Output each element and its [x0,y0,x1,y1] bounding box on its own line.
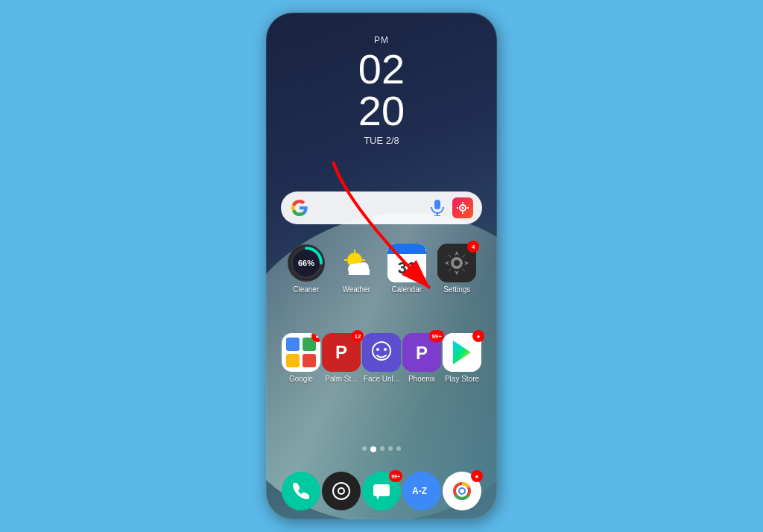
faceunlock-icon [362,333,401,372]
dock-camera[interactable] [322,472,361,510]
calendar-label: Calendar [391,285,422,294]
messages-badge: 99+ [389,470,402,482]
svg-point-45 [339,489,343,493]
svg-text:P: P [416,343,428,363]
clock-date: TUE 2/8 [266,135,497,146]
playstore-label: Play Store [445,375,479,383]
svg-point-4 [462,207,464,209]
svg-rect-31 [286,354,300,367]
phone-frame: PM 02 20 TUE 2/8 [266,13,497,519]
clock-hour: 02 [266,48,497,90]
dot-3 [380,446,384,451]
svg-point-52 [460,489,464,493]
clock-ampm: PM [266,35,497,45]
app-row-1: 66% Cleaner [281,244,482,294]
google-lens-icon[interactable] [452,197,473,218]
svg-rect-32 [303,354,316,367]
svg-text:A-Z: A-Z [412,486,427,496]
svg-point-27 [454,260,460,266]
clock-widget: PM 02 20 TUE 2/8 [266,35,497,146]
svg-text:66%: 66% [298,259,314,267]
app-google[interactable]: ● Google [282,333,320,383]
cleaner-icon: 66% [287,244,326,282]
cleaner-label: Cleaner [293,285,319,294]
app-playstore[interactable]: ● Play Store [443,333,481,383]
phoenix-label: Phoenix [408,375,435,383]
chrome-badge: ● [471,470,483,482]
app-calendar[interactable]: 31 Calendar [387,244,426,294]
app-settings[interactable]: 4 Settings [437,244,476,294]
app-row-2: ● Google P 12 Palm St... [281,333,482,383]
settings-icon: 4 [437,244,476,282]
dot-4 [388,446,393,451]
playstore-badge: ● [472,330,484,342]
app-weather[interactable]: Weather [337,244,376,294]
dot-5 [396,446,401,451]
app-faceunlock[interactable]: Face Unl... [362,333,401,383]
phoenix-icon: P 99+ [402,333,441,372]
svg-rect-0 [434,200,440,209]
dot-2 [370,446,376,452]
clock-minute: 20 [266,90,497,132]
app-cleaner[interactable]: 66% Cleaner [287,244,326,294]
palmst-icon: P 12 [322,333,361,372]
svg-text:31: 31 [398,259,416,277]
google-icon: ● [282,333,320,372]
dock: 99+ A-Z ● [281,472,482,510]
page-dots [266,446,497,452]
google-label: Google [289,375,313,383]
calendar-icon: 31 [387,244,426,282]
app-phoenix[interactable]: P 99+ Phoenix [402,333,441,383]
palmst-label: Palm St... [325,375,357,383]
app-palmst[interactable]: P 12 Palm St... [322,333,361,383]
dot-1 [362,446,367,451]
settings-badge: 4 [467,241,479,253]
dock-chrome[interactable]: ● [443,472,481,510]
svg-point-37 [376,348,379,351]
svg-rect-23 [387,251,426,254]
weather-label: Weather [342,285,370,294]
svg-marker-47 [376,496,379,500]
svg-point-38 [384,348,387,351]
svg-rect-46 [373,484,390,496]
weather-icon [337,244,376,282]
svg-rect-20 [349,269,370,275]
dock-contacts[interactable]: A-Z [402,472,441,510]
search-bar[interactable] [281,191,482,224]
google-g-logo [290,198,309,218]
dock-messages[interactable]: 99+ [362,472,401,510]
svg-rect-29 [286,338,300,351]
settings-label: Settings [443,285,470,294]
microphone-icon[interactable] [427,197,448,218]
dock-phone[interactable] [282,472,320,510]
svg-text:P: P [335,342,347,362]
playstore-icon: ● [443,333,481,372]
faceunlock-label: Face Unl... [364,375,399,383]
svg-rect-35 [362,333,401,372]
